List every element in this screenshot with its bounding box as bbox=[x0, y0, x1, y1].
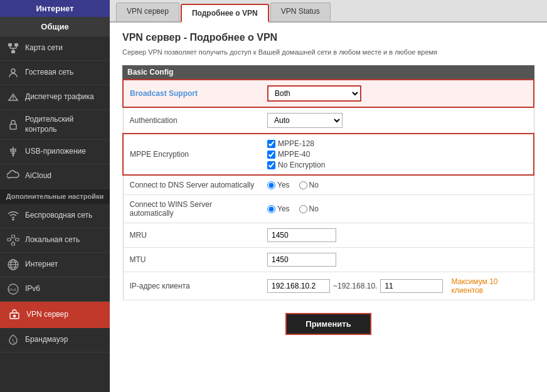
mru-label: MRU bbox=[123, 223, 261, 248]
svg-text:IPv6: IPv6 bbox=[9, 288, 17, 292]
wins-yes-radio[interactable] bbox=[267, 205, 275, 213]
sidebar-item-parental[interactable]: Родительский контроль bbox=[0, 110, 110, 140]
max-clients-label: Максимум 10 клиентов bbox=[451, 277, 527, 295]
authentication-row: Authentication Auto MS-CHAPv2 PAP bbox=[123, 107, 534, 134]
sidebar-item-aicloud[interactable]: AiCloud bbox=[0, 164, 110, 189]
page-description: Сервер VPN позволяет получить доступ к В… bbox=[122, 48, 534, 56]
sidebar-item-ipv6[interactable]: IPv6 IPv6 bbox=[0, 277, 110, 302]
sidebar-item-usb[interactable]: USB-приложение bbox=[0, 140, 110, 164]
network-map-icon bbox=[6, 41, 20, 55]
broadcast-support-select[interactable]: Both LAN to VPN VPN to LAN None bbox=[267, 85, 361, 102]
mtu-input[interactable] bbox=[267, 253, 336, 267]
content-area: VPN сервер - Подробнее о VPN Сервер VPN … bbox=[110, 23, 547, 392]
svg-rect-16 bbox=[12, 243, 15, 245]
sidebar-item-internet-label: Интернет bbox=[25, 260, 58, 270]
mppe-checkbox-group: MPPE-128 MPPE-40 No Encryption bbox=[267, 139, 527, 169]
vpn-icon bbox=[8, 308, 21, 322]
dns-label: Connect to DNS Server automatically bbox=[123, 175, 261, 195]
svg-point-29 bbox=[14, 315, 16, 317]
ip-start-input[interactable] bbox=[267, 279, 330, 293]
dns-yes-radio[interactable] bbox=[267, 181, 275, 189]
sidebar-item-karta-seti[interactable]: Карта сети bbox=[0, 36, 110, 61]
firewall-icon bbox=[6, 333, 20, 347]
broadcast-support-label: Broadcast Support bbox=[123, 80, 261, 107]
mppe-label: MPPE Encryption bbox=[123, 134, 261, 175]
sidebar-item-usb-label: USB-приложение bbox=[25, 147, 86, 157]
dns-yes-label[interactable]: Yes bbox=[267, 181, 290, 189]
tab-vpn-server[interactable]: VPN сервер bbox=[116, 3, 179, 21]
dns-radio-group: Yes No bbox=[267, 181, 528, 189]
ip-separator: ~192.168.10. bbox=[333, 282, 377, 290]
mru-input[interactable] bbox=[267, 228, 336, 242]
lan-icon bbox=[6, 233, 20, 247]
apply-btn-row: Применить bbox=[122, 313, 534, 335]
sidebar-item-dispatcher-label: Диспетчер трафика bbox=[25, 92, 94, 102]
internet-bar[interactable]: Интернет bbox=[0, 0, 110, 17]
mtu-cell bbox=[261, 248, 534, 272]
sidebar-item-firewall[interactable]: Брандмауэр bbox=[0, 328, 110, 352]
traffic-icon bbox=[6, 90, 20, 104]
main-content: VPN сервер Подробнее о VPN VPN Status VP… bbox=[110, 0, 547, 392]
sidebar-item-gostevaya[interactable]: Гостевая сеть bbox=[0, 61, 110, 85]
wins-label: Connect to WINS Server automatically bbox=[123, 195, 261, 223]
broadcast-support-cell: Both LAN to VPN VPN to LAN None bbox=[261, 80, 534, 107]
svg-point-12 bbox=[13, 219, 14, 220]
guest-network-icon bbox=[6, 66, 20, 80]
apply-button[interactable]: Применить bbox=[285, 313, 371, 335]
tab-podrobnee[interactable]: Подробнее о VPN bbox=[181, 4, 269, 23]
authentication-label: Authentication bbox=[123, 107, 261, 134]
sidebar-item-wifi[interactable]: Беспроводная сеть bbox=[0, 204, 110, 228]
usb-icon bbox=[6, 145, 20, 159]
dns-row: Connect to DNS Server automatically Yes … bbox=[123, 175, 534, 195]
sidebar-item-lan[interactable]: Локальная сеть bbox=[0, 228, 110, 253]
svg-rect-15 bbox=[16, 238, 19, 241]
wins-radio-group: Yes No bbox=[267, 204, 528, 213]
wins-cell: Yes No bbox=[261, 195, 534, 223]
parental-icon bbox=[6, 118, 20, 132]
mru-cell bbox=[261, 223, 534, 248]
mppe-40-label[interactable]: MPPE-40 bbox=[267, 150, 527, 159]
ip-cell: ~192.168.10. Максимум 10 клиентов bbox=[261, 272, 534, 300]
svg-rect-0 bbox=[8, 43, 12, 46]
sidebar-item-internet[interactable]: Интернет bbox=[0, 253, 110, 277]
dns-no-label[interactable]: No bbox=[299, 181, 319, 189]
mppe-cell: MPPE-128 MPPE-40 No Encryption bbox=[261, 134, 534, 175]
sidebar-item-vpn[interactable]: VPN сервер ► bbox=[0, 302, 110, 328]
mtu-label: MTU bbox=[123, 248, 261, 272]
wins-no-label[interactable]: No bbox=[299, 204, 319, 213]
form-section-title: Basic Config bbox=[122, 65, 534, 79]
sidebar-item-firewall-label: Брандмауэр bbox=[25, 335, 68, 345]
mppe-128-checkbox[interactable] bbox=[267, 140, 275, 148]
sidebar-item-gostevaya-label: Гостевая сеть bbox=[25, 68, 73, 78]
mppe-40-checkbox[interactable] bbox=[267, 151, 275, 159]
ip-end-input[interactable] bbox=[380, 279, 443, 293]
no-encryption-label[interactable]: No Encryption bbox=[267, 161, 527, 169]
sidebar-item-karta-seti-label: Карта сети bbox=[25, 43, 63, 53]
svg-point-9 bbox=[13, 99, 14, 100]
wins-yes-label[interactable]: Yes bbox=[267, 204, 290, 213]
sidebar: Интернет Общие Карта сети Гостевая сеть … bbox=[0, 0, 110, 392]
sidebar-item-dispatcher[interactable]: Диспетчер трафика bbox=[0, 85, 110, 110]
no-encryption-checkbox[interactable] bbox=[267, 161, 275, 169]
mppe-128-label[interactable]: MPPE-128 bbox=[267, 139, 527, 148]
authentication-select[interactable]: Auto MS-CHAPv2 PAP bbox=[267, 113, 343, 128]
sidebar-item-wifi-label: Беспроводная сеть bbox=[25, 211, 92, 221]
tab-vpn-status[interactable]: VPN Status bbox=[270, 3, 331, 21]
sidebar-item-parental-label: Родительский контроль bbox=[25, 115, 104, 134]
cloud-icon bbox=[6, 169, 20, 183]
svg-rect-1 bbox=[14, 43, 18, 46]
ip-label: IP-адрес клиента bbox=[123, 272, 261, 300]
sidebar-item-ipv6-label: IPv6 bbox=[25, 284, 40, 294]
page-title: VPN сервер - Подробнее о VPN bbox=[122, 32, 534, 43]
svg-rect-10 bbox=[10, 124, 16, 129]
svg-rect-2 bbox=[11, 50, 15, 53]
wifi-icon bbox=[6, 209, 20, 223]
mtu-row: MTU bbox=[123, 248, 534, 272]
vpn-arrow-icon: ► bbox=[93, 310, 102, 320]
svg-point-7 bbox=[11, 69, 15, 73]
wins-no-radio[interactable] bbox=[299, 205, 307, 213]
svg-rect-13 bbox=[8, 238, 11, 241]
form-table: Broadcast Support Both LAN to VPN VPN to… bbox=[122, 79, 534, 300]
mru-row: MRU bbox=[123, 223, 534, 248]
dns-no-radio[interactable] bbox=[299, 181, 307, 189]
